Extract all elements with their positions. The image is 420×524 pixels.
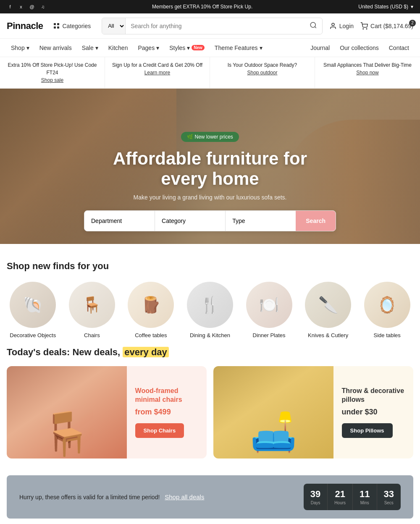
search-bar: All (102, 18, 323, 34)
hero-title: Affordable furniture forevery home (113, 149, 307, 189)
chevron-down-icon: ▾ (260, 45, 262, 51)
category-coffee-tables[interactable]: 🪵 Coffee tables (125, 282, 177, 338)
promo-link-4[interactable]: Shop now (356, 70, 378, 76)
deals-title: Today's deals: New deals, every day (7, 347, 413, 358)
hero-subtitle: Make your living a grand living with our… (113, 194, 307, 201)
deal-pillows-content: Throw & decorative pillows under $30 Sho… (333, 366, 413, 458)
coffee-tables-image: 🪵 (128, 282, 174, 328)
category-chairs[interactable]: 🪑 Chairs (66, 282, 118, 338)
main-nav: Shop ▾ New arrivals Sale ▾ Kitchen Pages… (0, 39, 420, 57)
promo-link-1[interactable]: Shop sale (41, 77, 63, 83)
nav-theme-features[interactable]: Theme Features ▾ (210, 42, 267, 54)
instagram-icon[interactable]: @ (29, 3, 35, 10)
chevron-down-icon: ▾ (26, 45, 29, 51)
hero-section: 🌿 New lower prices Affordable furniture … (0, 89, 420, 244)
department-select[interactable]: Department (84, 211, 155, 231)
category-select[interactable]: Category (155, 211, 226, 231)
deal-chairs-price: from $499 (135, 408, 198, 417)
nav-collections[interactable]: Our collections (336, 42, 383, 54)
nav-sale[interactable]: Sale ▾ (78, 42, 102, 54)
social-links: f x @ ♫ (7, 3, 46, 10)
deals-section: Today's deals: New deals, every day 🪑 Wo… (0, 347, 420, 475)
nav-pages[interactable]: Pages ▾ (134, 42, 163, 54)
cart-button[interactable]: 2 Cart ($8,174.69) (360, 22, 413, 30)
top-bar-promo: Members get EXTRA 10% Off Store Pick Up. (46, 4, 358, 10)
svg-point-2 (332, 23, 334, 26)
promo-item-3: Is Your Outdoor Space Ready? Shop outdoo… (210, 57, 315, 88)
logo[interactable]: Pinnacle (7, 21, 43, 31)
promo-item-2: Sign Up for a Credit Card & Get 20% Off … (105, 57, 210, 88)
nav-journal[interactable]: Journal (306, 42, 334, 54)
nav-kitchen[interactable]: Kitchen (104, 42, 132, 54)
timer-days-label: Days (310, 500, 320, 505)
category-decorative-objects[interactable]: 🐚 Decorative Objects (7, 282, 59, 338)
shop-section-title: Shop new finds for you (7, 261, 413, 272)
shop-new-finds-section: Shop new finds for you 🐚 Decorative Obje… (0, 244, 420, 347)
knives-image: 🔪 (305, 282, 351, 328)
category-dinner-plates[interactable]: 🍽️ Dinner Plates (243, 282, 295, 338)
nav-new-arrivals[interactable]: New arrivals (35, 42, 76, 54)
deal-chairs-content: Wood-framed minimal chairs from $499 Sho… (127, 366, 207, 458)
chair-icon: 🪑 (40, 409, 93, 458)
nav-right: Journal Our collections Contact (306, 42, 413, 54)
top-bar-region[interactable]: United States (USD $) ▾ (358, 4, 413, 10)
nav-contact[interactable]: Contact (385, 42, 413, 54)
promo-link-3[interactable]: Shop outdoor (247, 70, 277, 76)
hero-badge: 🌿 New lower prices (181, 132, 239, 142)
tiktok-icon[interactable]: ♫ (39, 3, 46, 10)
chevron-down-icon: ▾ (187, 45, 190, 51)
timer-mins-label: Mins (360, 500, 370, 505)
shop-all-deals-link[interactable]: Shop all deals (165, 493, 204, 500)
countdown-timer: 39 Days 21 Hours 11 Mins 33 Secs (304, 484, 401, 510)
search-category-select[interactable]: All (102, 18, 126, 34)
side-tables-image: 🪞 (364, 282, 410, 328)
countdown-bar: Hurry up, these offers is valid for a li… (7, 475, 413, 519)
nav-shop[interactable]: Shop ▾ (7, 42, 34, 54)
hero-content: 🌿 New lower prices Affordable furniture … (105, 123, 315, 210)
category-knives-cutlery[interactable]: 🔪 Knives & Cutlery (302, 282, 354, 338)
search-icon (310, 21, 317, 29)
timer-hours-number: 21 (334, 489, 346, 500)
timer-secs: 33 Secs (377, 484, 401, 510)
timer-days: 39 Days (304, 484, 328, 510)
chevron-down-icon: ▾ (156, 45, 159, 51)
login-button[interactable]: Login (329, 22, 354, 30)
category-dining-kitchen[interactable]: 🍴 Dining & Kitchen (184, 282, 236, 338)
shop-chairs-button[interactable]: Shop Chairs (135, 423, 184, 438)
category-coffee-label: Coffee tables (135, 332, 167, 338)
deal-card-pillows: 🛋️ Throw & decorative pillows under $30 … (213, 366, 413, 458)
shop-pillows-button[interactable]: Shop Pillows (342, 423, 393, 438)
svg-point-4 (366, 29, 367, 29)
category-side-tables[interactable]: 🪞 Side tables (361, 282, 413, 338)
nav-styles[interactable]: Styles ▾ New (165, 42, 209, 54)
grid-icon (54, 23, 60, 29)
top-bar: f x @ ♫ Members get EXTRA 10% Off Store … (0, 0, 420, 13)
categories-button[interactable]: Categories (50, 20, 95, 32)
timer-mins-number: 11 (360, 489, 370, 500)
filter-search-button[interactable]: Search (296, 211, 336, 231)
category-knives-label: Knives & Cutlery (308, 332, 348, 338)
svg-line-1 (315, 26, 316, 28)
chairs-image: 🪑 (69, 282, 115, 328)
promo-item-1: Extra 10% Off Store Pick-Up! Use Code FT… (0, 57, 105, 88)
category-plates-label: Dinner Plates (253, 332, 286, 338)
countdown-text: Hurry up, these offers is valid for a li… (19, 493, 204, 500)
promo-link-2[interactable]: Learn more (144, 70, 170, 76)
timer-secs-number: 33 (384, 489, 394, 500)
dining-image: 🍴 (187, 282, 233, 328)
decorative-objects-image: 🐚 (10, 282, 56, 328)
search-button[interactable] (304, 21, 322, 30)
new-badge: New (192, 45, 205, 50)
facebook-icon[interactable]: f (7, 3, 13, 10)
search-input[interactable] (126, 18, 304, 34)
promo-item-4: Small Appliances That Deliver Big-Time S… (315, 57, 420, 88)
categories-grid: 🐚 Decorative Objects 🪑 Chairs 🪵 Coffee t… (7, 282, 413, 338)
twitter-x-icon[interactable]: x (18, 3, 24, 10)
cart-icon (360, 22, 368, 30)
svg-point-0 (310, 22, 315, 27)
plates-image: 🍽️ (246, 282, 292, 328)
type-select[interactable]: Type (226, 211, 296, 231)
category-decorative-label: Decorative Objects (10, 332, 56, 338)
svg-point-3 (363, 29, 364, 29)
deals-grid: 🪑 Wood-framed minimal chairs from $499 S… (7, 366, 413, 458)
